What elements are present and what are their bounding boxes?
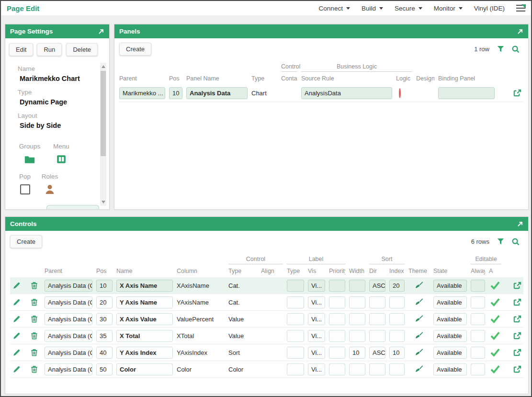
search-icon[interactable] (512, 45, 520, 53)
name-input[interactable]: Y Axis Index (116, 347, 173, 359)
theme-brush-icon[interactable] (408, 315, 430, 323)
theme-brush-icon[interactable] (408, 281, 430, 290)
parent-input[interactable]: Analysis Data (Ch... (45, 313, 92, 325)
label-type-input[interactable] (287, 347, 304, 359)
open-control-link-icon[interactable] (511, 315, 523, 323)
theme-brush-icon[interactable] (408, 298, 430, 306)
logic-indicator-icon[interactable] (396, 89, 412, 98)
create-panel-button[interactable]: Create (119, 43, 151, 56)
state-input[interactable]: Available (433, 313, 467, 325)
label-type-input[interactable] (287, 330, 304, 342)
expand-icon[interactable] (517, 221, 523, 227)
parent-input[interactable]: Marikmekko ... (119, 87, 165, 99)
dir-input[interactable]: ASC (369, 347, 385, 359)
editable-check-icon[interactable] (489, 348, 501, 357)
state-input[interactable]: Available (433, 347, 467, 359)
index-input[interactable]: 10 (389, 347, 405, 359)
theme-brush-icon[interactable] (408, 365, 430, 374)
scroll-up-icon[interactable] (102, 65, 105, 68)
parent-input[interactable]: Analysis Data (Ch... (45, 280, 92, 292)
state-input[interactable]: Available (433, 363, 467, 375)
label-type-input[interactable] (287, 280, 304, 292)
priority-input[interactable] (329, 296, 345, 308)
edit-icon[interactable] (10, 365, 23, 373)
theme-brush-icon[interactable] (408, 348, 430, 357)
label-type-input[interactable] (287, 296, 304, 308)
dir-input[interactable] (369, 330, 385, 342)
edit-icon[interactable] (10, 282, 23, 289)
vis-input[interactable]: Vi... (308, 296, 325, 308)
dir-input[interactable] (369, 296, 385, 308)
always-input[interactable] (471, 296, 485, 308)
delete-icon[interactable] (27, 365, 41, 373)
open-control-link-icon[interactable] (511, 282, 523, 290)
state-input[interactable]: Available (433, 330, 467, 342)
pos-input[interactable]: 50 (96, 363, 113, 375)
open-control-link-icon[interactable] (511, 365, 523, 374)
run-button[interactable]: Run (37, 43, 62, 56)
priority-input[interactable] (329, 313, 345, 325)
menu-columns-icon[interactable] (45, 153, 77, 165)
name-input[interactable]: Color (116, 363, 173, 375)
delete-icon[interactable] (27, 315, 41, 323)
open-control-link-icon[interactable] (511, 332, 523, 340)
pos-input[interactable]: 10 (169, 87, 182, 99)
binding-panel-input[interactable] (438, 87, 495, 99)
create-control-button[interactable]: Create (10, 235, 42, 248)
scrollbar-thumb[interactable] (101, 71, 106, 156)
name-input[interactable]: X Axis Value (116, 313, 173, 325)
label-type-input[interactable] (287, 313, 304, 325)
priority-input[interactable] (329, 347, 345, 359)
always-input[interactable] (471, 347, 485, 359)
width-input[interactable] (349, 296, 365, 308)
open-control-link-icon[interactable] (511, 349, 523, 357)
expand-icon[interactable] (517, 28, 523, 35)
edit-icon[interactable] (10, 349, 23, 356)
index-input[interactable] (389, 313, 405, 325)
search-icon[interactable] (512, 238, 520, 246)
pop-checkbox[interactable] (14, 183, 36, 195)
delete-button[interactable]: Delete (66, 43, 98, 56)
always-input[interactable] (471, 330, 485, 342)
groups-folder-icon[interactable] (14, 153, 45, 165)
open-panel-link-icon[interactable] (511, 89, 523, 97)
nav-monitor[interactable]: Monitor (434, 5, 463, 12)
vis-input[interactable]: Vi... (308, 347, 325, 359)
delete-icon[interactable] (27, 282, 41, 289)
filter-icon[interactable] (497, 45, 504, 53)
index-input[interactable]: 20 (389, 280, 405, 292)
name-input[interactable]: X Axis Name (116, 280, 173, 292)
width-input[interactable] (349, 313, 365, 325)
nav-secure[interactable]: Secure (395, 5, 422, 12)
panel-name-input[interactable]: Analysis Data (186, 87, 248, 99)
nav-app-switcher[interactable]: Vinyl (IDE) (474, 5, 505, 12)
nav-build[interactable]: Build (362, 5, 383, 12)
filter-icon[interactable] (497, 238, 504, 245)
edit-button[interactable]: Edit (9, 43, 33, 56)
pos-input[interactable]: 40 (96, 347, 113, 359)
edit-icon[interactable] (10, 298, 23, 306)
dir-input[interactable] (369, 363, 385, 375)
delete-icon[interactable] (27, 349, 41, 356)
edit-icon[interactable] (10, 315, 23, 323)
editable-check-icon[interactable] (489, 331, 501, 340)
nav-connect[interactable]: Connect (319, 5, 350, 12)
edit-icon[interactable] (10, 332, 23, 340)
dir-input[interactable]: ASC (369, 280, 385, 292)
always-input[interactable] (471, 363, 485, 375)
delete-icon[interactable] (27, 332, 41, 340)
delete-icon[interactable] (27, 298, 41, 306)
width-input[interactable] (349, 330, 365, 342)
state-input[interactable]: Available (433, 280, 467, 292)
scroll-down-icon[interactable] (102, 201, 105, 204)
source-rule-input[interactable]: AnalysisData (301, 87, 392, 99)
priority-input[interactable] (329, 280, 345, 292)
index-input[interactable] (389, 296, 405, 308)
theme-brush-icon[interactable] (408, 331, 430, 340)
state-input[interactable]: Available (433, 296, 467, 308)
vis-input[interactable]: Vi... (308, 363, 325, 375)
pos-input[interactable]: 30 (96, 313, 113, 325)
priority-input[interactable] (329, 330, 345, 342)
vis-input[interactable]: Vi... (308, 313, 325, 325)
open-control-link-icon[interactable] (511, 298, 523, 306)
